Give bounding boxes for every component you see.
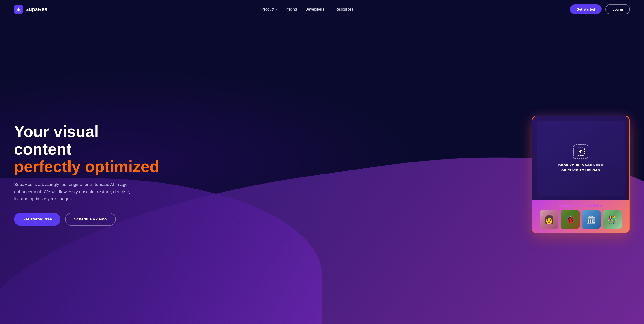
logo[interactable]: SupaRes <box>14 5 47 14</box>
hero-title-line1: Your visual content <box>14 123 159 158</box>
hero-section: Your visual content perfectly optimized … <box>0 19 644 324</box>
hero-get-started-button[interactable]: Get started free <box>14 213 60 226</box>
upload-icon <box>576 147 585 156</box>
navbar: SupaRes Product ▾ Pricing Developers ▾ R… <box>0 0 644 19</box>
hero-description: SupaRes is a blazingly fast engine for a… <box>14 181 136 202</box>
chevron-down-icon: ▾ <box>276 8 277 11</box>
hero-buttons: Get started free Schedule a demo <box>14 213 159 226</box>
upload-card: DROP YOUR IMAGE HERE OR CLICK TO UPLOAD … <box>532 115 630 233</box>
chevron-down-icon-2: ▾ <box>326 8 327 11</box>
upload-drop-zone[interactable]: DROP YOUR IMAGE HERE OR CLICK TO UPLOAD <box>537 121 624 196</box>
upload-instructions: DROP YOUR IMAGE HERE OR CLICK TO UPLOAD <box>558 163 603 173</box>
logo-icon <box>14 5 23 14</box>
nav-pricing[interactable]: Pricing <box>286 7 297 12</box>
upload-icon-box <box>573 144 588 159</box>
hero-title: Your visual content perfectly optimized <box>14 123 159 175</box>
suggestions-label: No image? Try one of these: <box>536 204 626 207</box>
nav-get-started-button[interactable]: Get started <box>570 5 602 14</box>
nav-developers[interactable]: Developers ▾ <box>305 7 327 12</box>
nav-resources[interactable]: Resources ▾ <box>335 7 356 12</box>
sample-images-section: No image? Try one of these: <box>532 200 629 233</box>
hero-demo-button[interactable]: Schedule a demo <box>65 213 116 226</box>
nav-actions: Get started Log in <box>570 4 630 14</box>
sample-images-grid <box>536 210 626 229</box>
nav-links: Product ▾ Pricing Developers ▾ Resources… <box>262 7 356 12</box>
sample-image-1[interactable] <box>540 210 558 229</box>
nav-login-button[interactable]: Log in <box>605 4 630 14</box>
logo-text: SupaRes <box>25 6 47 13</box>
hero-title-line2: perfectly optimized <box>14 158 159 175</box>
sample-image-2[interactable] <box>561 210 580 229</box>
nav-product[interactable]: Product ▾ <box>262 7 277 12</box>
sample-image-4[interactable] <box>603 210 622 229</box>
upload-section: DROP YOUR IMAGE HERE OR CLICK TO UPLOAD … <box>532 115 630 233</box>
sample-image-3[interactable] <box>582 210 601 229</box>
chevron-down-icon-3: ▾ <box>354 8 356 11</box>
hero-content: Your visual content perfectly optimized … <box>14 123 159 226</box>
